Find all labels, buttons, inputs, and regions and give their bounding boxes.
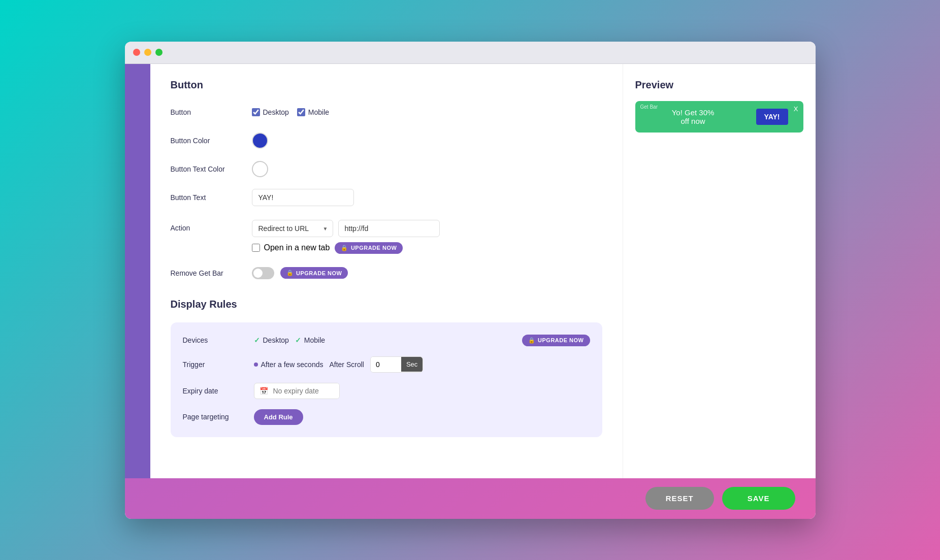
button-text-color-row: Button Text Color xyxy=(171,160,602,178)
button-text-label: Button Text xyxy=(171,193,252,202)
action-select[interactable]: Redirect to URL Show Content xyxy=(252,220,333,237)
preview-section: Preview Get Bar Yo! Get 30% off now YAY!… xyxy=(623,64,816,478)
desktop-label: Desktop xyxy=(263,108,289,116)
button-text-input[interactable] xyxy=(252,189,354,206)
devices-lock-icon: 🔒 xyxy=(528,337,536,344)
expiry-input[interactable] xyxy=(273,383,339,399)
action-url-input[interactable] xyxy=(338,220,440,237)
preview-title: Preview xyxy=(635,79,803,91)
trigger-after-seconds: After a few seconds xyxy=(254,360,323,369)
window-body: Button Button Desktop Mobile xyxy=(125,64,816,478)
open-new-tab-upgrade-badge[interactable]: 🔒 UPGRADE NOW xyxy=(335,242,403,254)
mac-window: Button Button Desktop Mobile xyxy=(125,42,816,519)
sidebar xyxy=(125,64,150,478)
devices-label: Devices xyxy=(183,336,254,344)
trigger-row: Trigger After a few seconds After Scroll xyxy=(183,356,590,373)
button-text-row: Button Text xyxy=(171,188,602,207)
button-text-color-swatch[interactable] xyxy=(252,161,268,177)
bottom-bar: RESET SAVE xyxy=(125,478,816,519)
expiry-date-row: Expiry date 📅 xyxy=(183,383,590,399)
mobile-checkbox[interactable] xyxy=(297,108,305,116)
sec-badge: Sec xyxy=(401,357,423,372)
check-desktop-icon: ✓ xyxy=(254,336,260,344)
mobile-checkbox-item[interactable]: Mobile xyxy=(297,108,329,116)
add-rule-button[interactable]: Add Rule xyxy=(254,409,303,425)
open-new-tab-row[interactable]: Open in a new tab xyxy=(252,243,330,252)
devices-mobile-label: Mobile xyxy=(304,336,325,344)
toggle-slider xyxy=(252,267,274,279)
button-label: Button xyxy=(171,108,252,116)
remove-get-bar-controls: 🔒 UPGRADE NOW xyxy=(252,267,348,279)
button-section: Button Button Desktop Mobile xyxy=(171,79,602,282)
remove-get-bar-label: Remove Get Bar xyxy=(171,269,252,277)
display-rules-box: Devices ✓ Desktop ✓ Mobile 🔒 xyxy=(171,322,602,437)
desktop-checkbox[interactable] xyxy=(252,108,260,116)
check-mobile-icon: ✓ xyxy=(295,336,301,344)
button-section-title: Button xyxy=(171,79,602,91)
preview-close-icon[interactable]: X xyxy=(794,105,798,113)
preview-bar-label: Get Bar xyxy=(640,104,658,110)
trigger-controls: After a few seconds After Scroll Sec xyxy=(254,356,590,373)
action-line-1: Redirect to URL Show Content ▼ xyxy=(252,220,440,237)
page-targeting-row: Page targeting Add Rule xyxy=(183,409,590,425)
devices-desktop-label: Desktop xyxy=(263,336,289,344)
devices-row: Devices ✓ Desktop ✓ Mobile 🔒 xyxy=(183,335,590,346)
button-text-color-controls xyxy=(252,161,268,177)
close-button[interactable] xyxy=(133,49,140,56)
desktop-checkbox-item[interactable]: Desktop xyxy=(252,108,289,116)
preview-bar: Get Bar Yo! Get 30% off now YAY! X xyxy=(635,101,803,133)
open-new-tab-checkbox[interactable] xyxy=(252,244,260,252)
button-row: Button Desktop Mobile xyxy=(171,103,602,121)
remove-lock-icon: 🔒 xyxy=(286,270,294,276)
display-rules-section: Display Rules Devices ✓ Desktop ✓ xyxy=(171,299,602,437)
after-scroll-label: After Scroll xyxy=(329,360,364,369)
button-color-swatch[interactable] xyxy=(252,133,268,149)
action-label: Action xyxy=(171,220,252,232)
button-checkbox-group: Desktop Mobile xyxy=(252,108,330,116)
preview-bar-button[interactable]: YAY! xyxy=(756,109,788,125)
titlebar xyxy=(125,42,816,64)
devices-controls: ✓ Desktop ✓ Mobile 🔒 UPGRADE NOW xyxy=(254,335,590,346)
trigger-label: Trigger xyxy=(183,360,254,369)
expiry-input-group: 📅 xyxy=(254,383,340,399)
action-line-2: Open in a new tab 🔒 UPGRADE NOW xyxy=(252,242,440,254)
button-color-controls xyxy=(252,133,268,149)
action-controls: Redirect to URL Show Content ▼ Open in a… xyxy=(252,220,440,254)
page-targeting-controls: Add Rule xyxy=(254,409,590,425)
expiry-controls: 📅 xyxy=(254,383,590,399)
reset-button[interactable]: RESET xyxy=(645,487,714,510)
button-color-label: Button Color xyxy=(171,137,252,145)
button-text-controls xyxy=(252,189,354,206)
expiry-date-label: Expiry date xyxy=(183,387,254,395)
trigger-after-scroll: After Scroll xyxy=(329,360,364,369)
remove-get-bar-toggle[interactable] xyxy=(252,267,274,279)
remove-get-bar-row: Remove Get Bar 🔒 UPGRADE NOW xyxy=(171,264,602,282)
save-button[interactable]: SAVE xyxy=(722,487,795,510)
sec-input-group: Sec xyxy=(370,356,423,373)
sec-input[interactable] xyxy=(371,357,401,372)
mobile-label: Mobile xyxy=(308,108,329,116)
button-color-row: Button Color xyxy=(171,131,602,150)
button-text-color-label: Button Text Color xyxy=(171,165,252,173)
after-seconds-label: After a few seconds xyxy=(261,360,323,369)
trigger-dot-icon xyxy=(254,363,258,367)
main-content: Button Button Desktop Mobile xyxy=(150,64,623,478)
upgrade-lock-icon: 🔒 xyxy=(341,245,348,251)
upgrade-now-label-1: UPGRADE NOW xyxy=(351,245,397,251)
remove-get-bar-upgrade-badge[interactable]: 🔒 UPGRADE NOW xyxy=(280,267,348,279)
display-rules-title: Display Rules xyxy=(171,299,602,310)
devices-mobile: ✓ Mobile xyxy=(295,336,325,344)
action-row: Action Redirect to URL Show Content ▼ xyxy=(171,217,602,254)
page-targeting-label: Page targeting xyxy=(183,413,254,421)
devices-desktop: ✓ Desktop xyxy=(254,336,289,344)
action-select-wrapper: Redirect to URL Show Content ▼ xyxy=(252,220,333,237)
maximize-button[interactable] xyxy=(155,49,163,56)
upgrade-now-label-2: UPGRADE NOW xyxy=(296,270,342,276)
devices-upgrade-badge[interactable]: 🔒 UPGRADE NOW xyxy=(522,335,590,346)
minimize-button[interactable] xyxy=(144,49,151,56)
calendar-icon: 📅 xyxy=(254,383,273,399)
devices-upgrade-label: UPGRADE NOW xyxy=(538,337,584,343)
open-new-tab-label: Open in a new tab xyxy=(264,243,330,252)
